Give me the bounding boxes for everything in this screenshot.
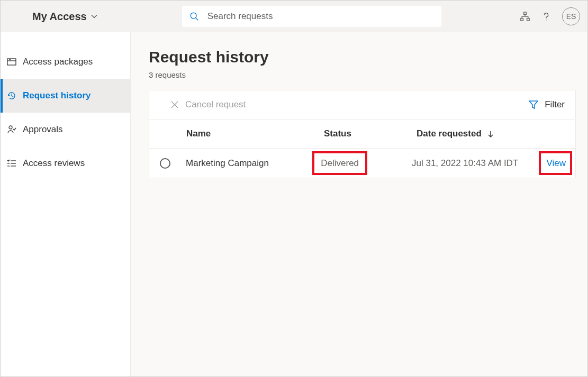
search-icon [189, 12, 199, 21]
sidebar-item-label: Request history [23, 90, 91, 101]
row-action-cell: View [539, 151, 565, 175]
cancel-request-button[interactable]: Cancel request [170, 99, 246, 110]
page-subtitle: 3 requests [149, 70, 576, 79]
sidebar-item-access-packages[interactable]: Access packages [1, 45, 130, 79]
row-select[interactable] [160, 158, 186, 169]
help-button[interactable] [536, 6, 557, 27]
top-bar: My Access ES [1, 1, 587, 32]
row-date: Jul 31, 2022 10:43 AM IDT [412, 158, 539, 169]
table-row[interactable]: Marketing Campaign Delivered Jul 31, 202… [149, 148, 575, 178]
svg-point-9 [546, 20, 546, 20]
svg-marker-24 [529, 101, 538, 108]
sort-desc-icon [487, 131, 494, 138]
highlight-box: View [539, 151, 572, 175]
svg-rect-2 [524, 12, 527, 15]
sidebar-item-access-reviews[interactable]: Access reviews [1, 146, 130, 180]
search-box[interactable] [182, 6, 441, 27]
sidebar: Access packages Request history Approval… [1, 32, 131, 376]
highlight-box: Delivered [312, 151, 367, 175]
svg-line-1 [196, 18, 198, 20]
approvals-icon [7, 125, 16, 134]
package-icon [7, 57, 16, 67]
app-title: My Access [32, 11, 87, 23]
sidebar-item-label: Access packages [23, 57, 93, 67]
row-status-cell: Delivered [321, 151, 412, 175]
col-date-label: Date requested [417, 128, 482, 139]
svg-rect-4 [527, 19, 530, 21]
app-title-dropdown[interactable]: My Access [11, 8, 119, 25]
row-name: Marketing Campaign [186, 158, 321, 169]
radio-icon [160, 158, 170, 169]
filter-label: Filter [545, 99, 565, 110]
close-icon [170, 100, 179, 109]
sitemap-icon [520, 12, 530, 21]
row-status: Delivered [321, 158, 359, 168]
toolbar: Cancel request Filter [149, 90, 576, 119]
svg-rect-3 [521, 19, 523, 21]
help-icon [541, 12, 551, 21]
avatar-initials: ES [566, 12, 576, 21]
reviews-icon [7, 159, 16, 168]
cancel-request-label: Cancel request [185, 99, 246, 110]
history-icon [7, 91, 16, 100]
main-content: Request history 3 requests Cancel reques… [131, 32, 587, 376]
col-date-header[interactable]: Date requested [417, 128, 546, 139]
chevron-down-icon [91, 13, 97, 20]
table-header: Name Status Date requested [149, 119, 575, 148]
col-status-header[interactable]: Status [324, 128, 417, 139]
page-title: Request history [149, 48, 576, 66]
sidebar-item-label: Access reviews [23, 158, 85, 169]
sidebar-item-label: Approvals [23, 124, 63, 135]
sidebar-item-request-history[interactable]: Request history [1, 79, 130, 113]
sitemap-button[interactable] [514, 6, 536, 27]
request-table: Name Status Date requested Marketing Cam… [149, 119, 576, 178]
svg-point-0 [191, 13, 196, 19]
filter-button[interactable]: Filter [529, 99, 565, 110]
col-name-header[interactable]: Name [186, 128, 324, 139]
view-link[interactable]: View [545, 156, 567, 170]
filter-icon [529, 100, 538, 109]
search-input[interactable] [207, 11, 434, 22]
sidebar-item-approvals[interactable]: Approvals [1, 113, 130, 146]
avatar[interactable]: ES [562, 7, 580, 25]
svg-point-15 [9, 126, 12, 129]
svg-line-14 [12, 96, 13, 97]
svg-rect-10 [7, 59, 16, 65]
